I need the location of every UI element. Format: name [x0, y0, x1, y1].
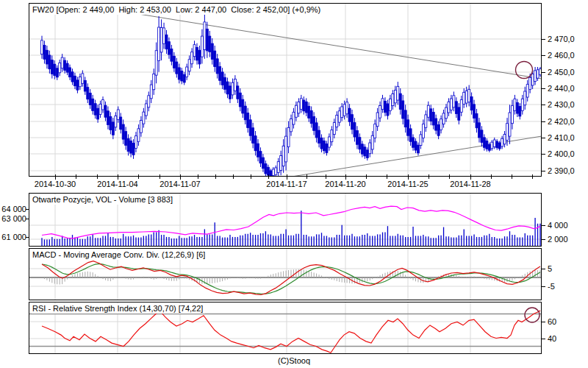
open-interest-axis-label: 61 000 — [0, 233, 26, 241]
volume-axis-label: 2 000 — [548, 236, 568, 244]
axis-tick — [76, 174, 76, 179]
axis-tick — [159, 174, 160, 179]
axis-tick — [542, 154, 545, 155]
price-axis-label: 2 420,0 — [548, 118, 575, 126]
x-axis-date-label: 2014-11-04 — [97, 180, 137, 188]
axis-tick — [532, 174, 533, 179]
price-axis-label: 2 440,0 — [548, 85, 575, 93]
macd-panel-title: MACD - Moving Average Conv. Div. (12,26,… — [32, 250, 207, 260]
open-interest-axis-label: 64 000 — [0, 205, 26, 213]
axis-tick — [26, 237, 29, 238]
axis-tick — [387, 174, 387, 179]
axis-tick — [512, 174, 512, 179]
axis-tick — [251, 174, 251, 179]
axis-tick — [287, 174, 287, 180]
x-axis-date-label: 2014-11-25 — [387, 180, 428, 188]
axis-tick — [233, 174, 234, 179]
price-chart-canvas — [29, 3, 542, 177]
axis-tick — [542, 171, 545, 171]
axis-tick — [449, 174, 450, 179]
x-axis-date-label: 2014-10-30 — [35, 180, 76, 188]
open-interest-axis-label: 63 000 — [0, 215, 26, 223]
axis-tick — [542, 322, 545, 322]
axis-tick — [408, 174, 409, 180]
price-axis-label: 2 450,0 — [548, 68, 575, 77]
price-axis-label: 2 390,0 — [548, 167, 575, 175]
axis-tick — [180, 174, 181, 180]
price-axis-label: 2 410,0 — [548, 134, 575, 142]
axis-tick — [542, 88, 545, 89]
axis-tick — [118, 174, 118, 180]
volume-axis-label: 4 000 — [548, 222, 568, 230]
axis-tick — [542, 225, 545, 226]
x-axis-date-label: 2014-11-17 — [266, 180, 306, 188]
price-axis-label: 2 470,0 — [548, 35, 575, 43]
axis-tick — [542, 286, 545, 287]
axis-tick — [26, 219, 29, 219]
x-axis-date-label: 2014-11-28 — [450, 180, 490, 188]
axis-tick — [491, 174, 492, 179]
axis-tick — [542, 121, 545, 122]
axis-tick — [97, 174, 98, 179]
price-axis-label: 2 460,0 — [548, 52, 575, 60]
axis-tick — [215, 174, 216, 179]
axis-tick — [345, 174, 346, 180]
price-axis-label: 2 400,0 — [548, 150, 575, 158]
axis-tick — [542, 105, 545, 105]
rsi-axis-label: 60 — [548, 318, 556, 326]
axis-tick — [542, 138, 545, 138]
stooq-chart-page: FW20 [Open: 2 449,00 High: 2 453,00 Low:… — [0, 0, 588, 368]
axis-tick — [542, 269, 545, 269]
rsi-panel-title: RSI - Relative Strength Index (14,30,70)… — [32, 304, 205, 314]
axis-tick — [542, 239, 545, 240]
axis-tick — [138, 174, 139, 179]
axis-tick — [198, 174, 198, 179]
price-axis-label: 2 430,0 — [548, 101, 575, 109]
axis-tick — [306, 174, 307, 179]
price-panel-title: FW20 [Open: 2 449,00 High: 2 453,00 Low:… — [32, 5, 323, 15]
volume-panel-title: Otwarte Pozycje, VOL - Volume [3 883] — [32, 195, 175, 205]
macd-axis-label: -5 — [548, 283, 555, 291]
axis-tick — [542, 72, 545, 73]
axis-tick — [542, 55, 545, 56]
axis-tick — [26, 209, 29, 210]
rsi-axis-label: 40 — [548, 335, 556, 343]
macd-axis-label: 5 — [548, 265, 552, 273]
x-axis-date-label: 2014-11-20 — [325, 180, 365, 188]
axis-tick — [470, 174, 471, 180]
axis-tick — [542, 39, 545, 40]
axis-tick — [326, 174, 326, 179]
axis-tick — [542, 339, 545, 339]
axis-tick — [429, 174, 429, 179]
axis-tick — [55, 174, 56, 180]
axis-tick — [268, 174, 269, 179]
stooq-credit: (C)Stooq — [0, 356, 588, 365]
x-axis-date-label: 2014-11-07 — [159, 180, 200, 188]
axis-tick — [366, 174, 367, 179]
